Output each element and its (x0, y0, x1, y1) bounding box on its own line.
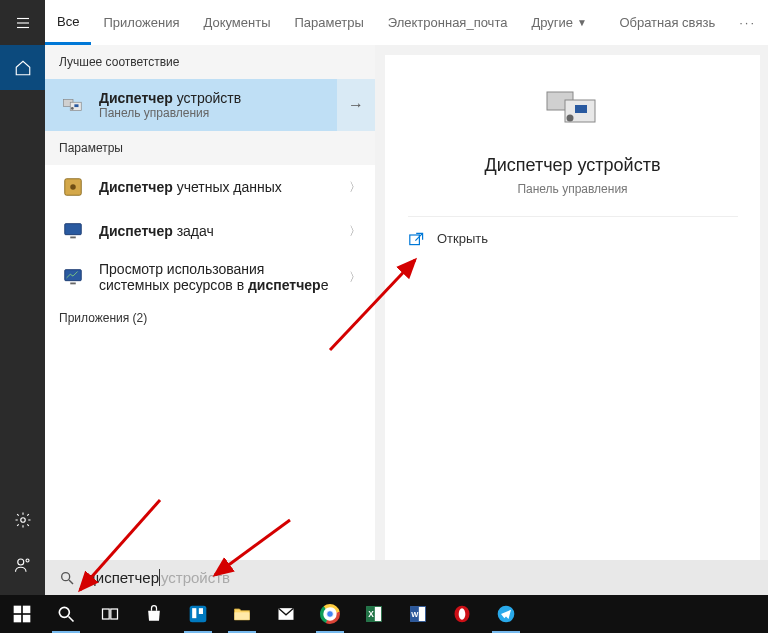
tab-settings[interactable]: Параметры (282, 0, 375, 45)
svg-point-5 (26, 559, 29, 562)
search-suggestion-text: устройств (159, 569, 230, 586)
svg-point-21 (62, 572, 70, 580)
search-icon (59, 570, 75, 586)
section-apps: Приложения (2) (45, 301, 375, 335)
result-title: Диспетчер задач (99, 223, 214, 239)
result-device-manager[interactable]: Диспетчер устройств Панель управления → (45, 79, 375, 131)
svg-text:W: W (411, 610, 419, 619)
results-panel: Лучшее соответствие Диспетчер устройств … (45, 45, 375, 560)
vault-icon (59, 173, 87, 201)
svg-rect-30 (111, 609, 118, 619)
tab-docs[interactable]: Документы (191, 0, 282, 45)
taskbar-search-button[interactable] (44, 595, 88, 633)
taskbar-excel-icon[interactable]: X (352, 595, 396, 633)
svg-point-3 (20, 517, 25, 522)
open-icon (409, 232, 425, 246)
svg-rect-34 (235, 612, 250, 620)
tab-all[interactable]: Все (45, 0, 91, 45)
taskbar-word-icon[interactable]: W (396, 595, 440, 633)
taskbar-opera-icon[interactable] (440, 595, 484, 633)
svg-point-19 (566, 115, 573, 122)
feedback-link[interactable]: Обратная связь (607, 15, 727, 30)
taskbar-telegram-icon[interactable] (484, 595, 528, 633)
taskbar-explorer-icon[interactable] (220, 595, 264, 633)
svg-line-22 (69, 580, 73, 584)
result-title-line1: Просмотр использования (99, 261, 328, 277)
svg-rect-23 (14, 606, 22, 614)
tab-email[interactable]: Электронная_почта (376, 0, 520, 45)
svg-point-4 (17, 559, 23, 565)
taskbar-store-icon[interactable] (132, 595, 176, 633)
svg-rect-24 (23, 606, 31, 614)
svg-rect-14 (65, 270, 82, 281)
chevron-right-icon: 〉 (349, 269, 361, 286)
svg-rect-20 (410, 235, 420, 245)
result-resource-monitor[interactable]: Просмотр использования системных ресурсо… (45, 253, 375, 301)
start-button[interactable] (0, 595, 44, 633)
svg-rect-32 (192, 608, 196, 618)
svg-rect-18 (575, 105, 587, 113)
account-button[interactable] (0, 542, 45, 587)
monitor-chart-icon (59, 263, 87, 291)
svg-rect-29 (103, 609, 110, 619)
taskbar: X W (0, 595, 768, 633)
preview-panel: Диспетчер устройств Панель управления От… (385, 55, 760, 560)
svg-rect-8 (74, 104, 78, 107)
section-settings: Параметры (45, 131, 375, 165)
taskbar-chrome-icon[interactable] (308, 595, 352, 633)
svg-rect-26 (23, 615, 31, 623)
section-best-match: Лучшее соответствие (45, 45, 375, 79)
result-title: Диспетчер учетных данных (99, 179, 282, 195)
settings-gear-button[interactable] (0, 497, 45, 542)
svg-rect-33 (199, 608, 203, 614)
left-sidebar (0, 0, 45, 595)
svg-rect-25 (14, 615, 22, 623)
svg-point-9 (71, 107, 74, 110)
taskbar-trello-icon[interactable] (176, 595, 220, 633)
tab-apps[interactable]: Приложения (91, 0, 191, 45)
home-button[interactable] (0, 45, 45, 90)
preview-subtitle: Панель управления (517, 182, 627, 196)
chevron-right-icon: 〉 (349, 179, 361, 196)
svg-rect-15 (70, 283, 76, 285)
svg-text:X: X (368, 609, 374, 619)
svg-point-27 (59, 607, 69, 617)
device-manager-icon (59, 91, 87, 119)
hamburger-button[interactable] (0, 0, 45, 45)
open-action[interactable]: Открыть (409, 231, 488, 246)
svg-rect-13 (70, 237, 76, 239)
more-button[interactable]: ··· (727, 15, 768, 30)
result-title-line2: системных ресурсов в диспетчере (99, 277, 328, 293)
svg-point-49 (459, 608, 466, 620)
result-task-manager[interactable]: Диспетчер задач 〉 (45, 209, 375, 253)
expand-arrow-button[interactable]: → (337, 79, 375, 131)
tab-other[interactable]: Другие▼ (519, 0, 599, 45)
monitor-icon (59, 217, 87, 245)
svg-line-28 (69, 617, 74, 622)
taskbar-mail-icon[interactable] (264, 595, 308, 633)
result-subtitle: Панель управления (99, 106, 241, 120)
preview-title: Диспетчер устройств (485, 155, 661, 176)
chevron-right-icon: 〉 (349, 223, 361, 240)
result-credential-manager[interactable]: Диспетчер учетных данных 〉 (45, 165, 375, 209)
svg-rect-12 (65, 224, 82, 235)
search-input[interactable]: диспетчер устройств (45, 560, 768, 595)
open-label: Открыть (437, 231, 488, 246)
svg-point-11 (70, 184, 76, 190)
device-manager-large-icon (538, 85, 608, 135)
task-view-button[interactable] (88, 595, 132, 633)
divider (408, 216, 738, 217)
search-tabs: Все Приложения Документы Параметры Элект… (45, 0, 768, 45)
result-title: Диспетчер устройств (99, 90, 241, 106)
chevron-down-icon: ▼ (577, 17, 587, 28)
search-typed-text: диспетчер (87, 569, 159, 586)
